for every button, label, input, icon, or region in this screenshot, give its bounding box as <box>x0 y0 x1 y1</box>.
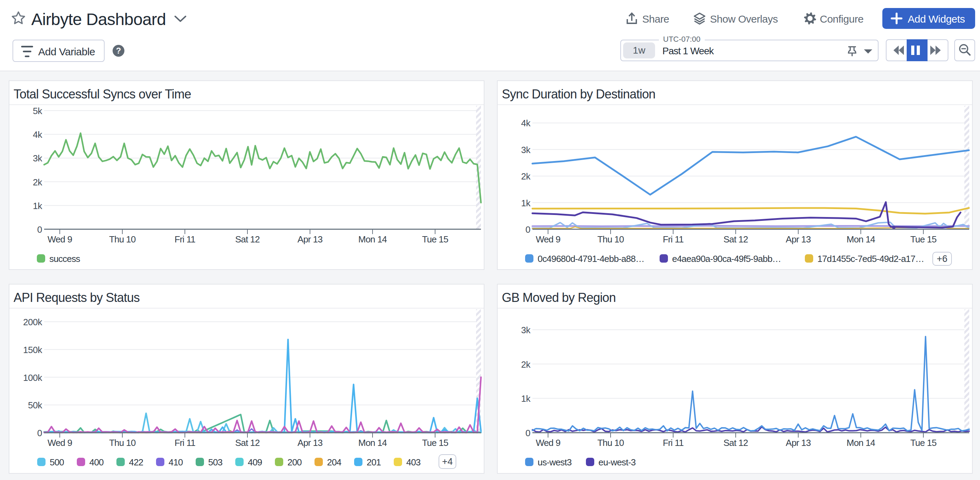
svg-text:Thu 10: Thu 10 <box>597 438 624 448</box>
svg-text:50k: 50k <box>28 400 43 410</box>
svg-text:2k: 2k <box>33 177 43 188</box>
svg-text:0: 0 <box>525 224 530 235</box>
svg-text:Fri 11: Fri 11 <box>663 234 684 244</box>
svg-text:Wed 9: Wed 9 <box>536 234 560 244</box>
svg-text:Sat 12: Sat 12 <box>235 438 260 448</box>
svg-text:2k: 2k <box>521 171 531 182</box>
svg-text:1k: 1k <box>521 393 531 404</box>
svg-text:Fri 11: Fri 11 <box>175 438 195 448</box>
svg-text:Apr 13: Apr 13 <box>298 234 323 244</box>
svg-text:Wed 9: Wed 9 <box>48 438 72 448</box>
svg-text:0: 0 <box>37 428 42 438</box>
svg-text:Apr 13: Apr 13 <box>786 234 811 244</box>
svg-text:Sat 12: Sat 12 <box>235 234 260 244</box>
svg-text:5k: 5k <box>33 106 43 116</box>
svg-text:Thu 10: Thu 10 <box>597 234 624 244</box>
svg-text:Mon 14: Mon 14 <box>846 438 875 448</box>
svg-text:200k: 200k <box>23 317 43 327</box>
svg-text:Sat 12: Sat 12 <box>724 234 748 244</box>
svg-text:4k: 4k <box>33 129 43 140</box>
svg-text:3k: 3k <box>521 145 531 155</box>
svg-text:3k: 3k <box>33 153 43 163</box>
svg-text:Thu 10: Thu 10 <box>109 438 135 448</box>
svg-text:0: 0 <box>37 224 42 235</box>
svg-text:Mon 14: Mon 14 <box>846 234 875 244</box>
svg-text:0: 0 <box>525 428 530 438</box>
svg-text:150k: 150k <box>23 345 43 355</box>
svg-text:Sat 12: Sat 12 <box>724 438 748 448</box>
svg-text:Tue 15: Tue 15 <box>422 234 448 244</box>
svg-text:Fri 11: Fri 11 <box>175 234 195 244</box>
svg-text:Apr 13: Apr 13 <box>786 438 811 448</box>
svg-text:100k: 100k <box>23 373 43 383</box>
svg-text:1k: 1k <box>33 201 43 211</box>
svg-text:Tue 15: Tue 15 <box>910 438 937 448</box>
svg-text:Mon 14: Mon 14 <box>358 438 387 448</box>
svg-text:4k: 4k <box>521 118 531 128</box>
svg-text:Fri 11: Fri 11 <box>663 438 684 448</box>
svg-text:Tue 15: Tue 15 <box>422 438 448 448</box>
svg-text:Mon 14: Mon 14 <box>358 234 387 244</box>
svg-text:Apr 13: Apr 13 <box>298 438 323 448</box>
svg-text:1k: 1k <box>521 198 531 208</box>
svg-text:3k: 3k <box>521 325 531 335</box>
svg-text:Wed 9: Wed 9 <box>48 234 72 244</box>
svg-text:Thu 10: Thu 10 <box>109 234 135 244</box>
svg-text:2k: 2k <box>521 359 531 370</box>
svg-text:Wed 9: Wed 9 <box>536 438 560 448</box>
svg-text:Tue 15: Tue 15 <box>910 234 937 244</box>
